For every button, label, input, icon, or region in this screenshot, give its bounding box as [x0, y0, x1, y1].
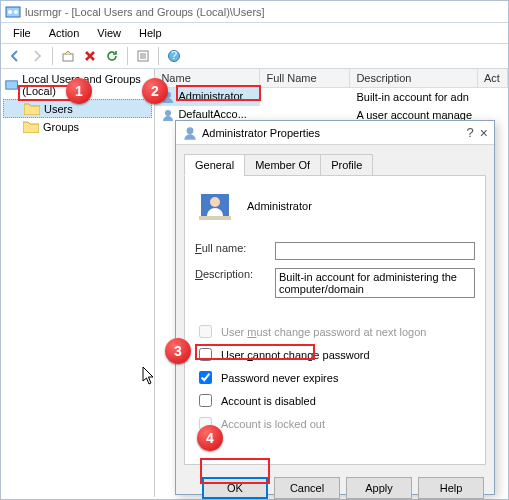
svg-point-1	[8, 10, 12, 14]
help-button[interactable]: ?	[164, 46, 184, 66]
row0-desc: Built-in account for adn	[350, 89, 478, 105]
svg-point-13	[187, 127, 194, 134]
user-icon	[161, 108, 175, 122]
folder-icon	[24, 102, 40, 115]
chk-disabled-label: Account is disabled	[221, 395, 316, 407]
chk-cannot-change-box[interactable]	[199, 348, 212, 361]
badge-1: 1	[66, 78, 92, 104]
menubar: File Action View Help	[1, 23, 508, 44]
tab-profile[interactable]: Profile	[320, 154, 373, 176]
row1-full	[260, 113, 350, 117]
apply-button[interactable]: Apply	[346, 477, 412, 499]
up-button[interactable]	[58, 46, 78, 66]
account-name: Administrator	[247, 200, 312, 212]
menu-action[interactable]: Action	[41, 25, 88, 41]
chk-must-change: User must change password at next logon	[195, 322, 475, 341]
tree-pane: Local Users and Groups (Local) Users Gro…	[1, 69, 155, 497]
properties-button[interactable]	[133, 46, 153, 66]
col-actions[interactable]: Act	[478, 69, 508, 87]
badge-4: 4	[197, 425, 223, 451]
col-description[interactable]: Description	[350, 69, 478, 87]
tree-groups-label: Groups	[43, 121, 79, 133]
chk-must-change-box	[199, 325, 212, 338]
chk-disabled-box[interactable]	[199, 394, 212, 407]
description-input[interactable]	[275, 268, 475, 298]
svg-point-2	[14, 10, 18, 14]
tab-memberof[interactable]: Member Of	[244, 154, 321, 176]
dialog-title: Administrator Properties	[202, 127, 467, 139]
description-label: Description:	[195, 268, 275, 280]
chk-cannot-change-label: User cannot change password	[221, 349, 370, 361]
badge-3: 3	[165, 338, 191, 364]
tree-item-groups[interactable]: Groups	[3, 118, 152, 135]
chk-must-change-label: User must change password at next logon	[221, 326, 426, 338]
context-help-button[interactable]: ?	[467, 125, 474, 140]
ok-button[interactable]: OK	[202, 477, 268, 499]
close-button[interactable]: ×	[480, 125, 488, 141]
svg-rect-10	[6, 81, 18, 89]
row0-name: Administrator	[178, 90, 243, 102]
list-row-administrator[interactable]: Administrator Built-in account for adn	[155, 88, 508, 106]
tree-root-icon	[5, 77, 18, 93]
col-fullname[interactable]: Full Name	[260, 69, 350, 87]
chk-locked-label: Account is locked out	[221, 418, 325, 430]
toolbar: ?	[1, 44, 508, 69]
back-button[interactable]	[5, 46, 25, 66]
chk-never-expires[interactable]: Password never expires	[195, 368, 475, 387]
svg-point-15	[210, 197, 220, 207]
svg-point-12	[165, 110, 171, 116]
chk-never-expires-label: Password never expires	[221, 372, 338, 384]
refresh-button[interactable]	[102, 46, 122, 66]
fullname-input[interactable]	[275, 242, 475, 260]
chk-never-expires-box[interactable]	[199, 371, 212, 384]
folder-icon	[23, 120, 39, 133]
tab-page-general: Administrator FFull name:ull name: Descr…	[184, 175, 486, 465]
fullname-label: FFull name:ull name:	[195, 242, 275, 254]
window-title: lusrmgr - [Local Users and Groups (Local…	[25, 6, 265, 18]
list-header: Name Full Name Description Act	[155, 69, 508, 88]
titlebar: lusrmgr - [Local Users and Groups (Local…	[1, 1, 508, 23]
chk-disabled[interactable]: Account is disabled	[195, 391, 475, 410]
chk-locked: Account is locked out	[195, 414, 475, 433]
properties-dialog: Administrator Properties ? × General Mem…	[175, 120, 495, 495]
row0-full	[260, 95, 350, 99]
menu-help[interactable]: Help	[131, 25, 170, 41]
cancel-button[interactable]: Cancel	[274, 477, 340, 499]
svg-rect-3	[63, 54, 73, 61]
svg-text:?: ?	[171, 49, 177, 61]
dialog-titlebar: Administrator Properties ? ×	[176, 121, 494, 145]
svg-rect-16	[199, 216, 231, 220]
account-icon	[195, 186, 235, 226]
app-icon	[5, 4, 21, 20]
tab-general[interactable]: General	[184, 154, 245, 176]
chk-cannot-change[interactable]: User cannot change password	[195, 345, 475, 364]
col-name[interactable]: Name	[155, 69, 260, 87]
menu-file[interactable]: File	[5, 25, 39, 41]
tree-users-label: Users	[44, 103, 73, 115]
forward-button[interactable]	[27, 46, 47, 66]
help-button[interactable]: Help	[418, 477, 484, 499]
dialog-buttons: OK Cancel Apply Help	[176, 473, 494, 500]
delete-button[interactable]	[80, 46, 100, 66]
cursor-icon	[142, 366, 156, 386]
tabs: General Member Of Profile	[184, 153, 486, 175]
row1-name: DefaultAcco...	[178, 108, 246, 120]
badge-2: 2	[142, 78, 168, 104]
menu-view[interactable]: View	[89, 25, 129, 41]
dialog-icon	[182, 125, 198, 141]
